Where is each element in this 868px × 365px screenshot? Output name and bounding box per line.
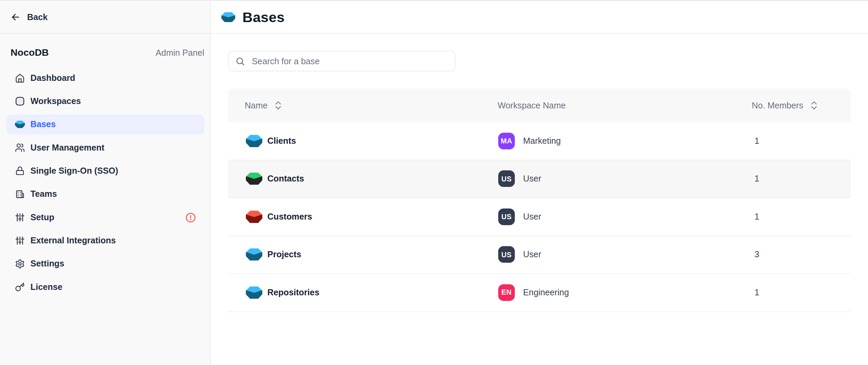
workspace-avatar: EN [498, 284, 515, 301]
base-hexagon-icon [221, 12, 235, 22]
gear-icon [15, 259, 25, 269]
sidebar-item-teams[interactable]: Teams [7, 184, 204, 204]
members-count: 1 [752, 288, 851, 297]
sidebar-item-bases[interactable]: Bases [7, 115, 204, 135]
column-header-no-members[interactable]: No. Members [752, 100, 851, 110]
sliders-icon [15, 212, 25, 222]
workspace-name: User [523, 174, 541, 184]
members-count: 1 [752, 174, 851, 184]
sliders-icon [15, 236, 25, 245]
key-icon [15, 282, 25, 292]
sidebar-item-user-management[interactable]: User Management [7, 138, 204, 158]
table-row[interactable]: Customers US User 1 [228, 198, 851, 236]
table-row[interactable]: Projects US User 3 [228, 236, 851, 274]
sidebar-item-label: Dashboard [31, 74, 76, 82]
main-area: Bases Name Workspace [211, 1, 868, 365]
workspace-avatar: US [498, 246, 515, 263]
base-name: Customers [267, 212, 312, 222]
sidebar-item-dashboard[interactable]: Dashboard [7, 68, 204, 88]
sidebar-item-label: Single Sign-On (SSO) [31, 167, 118, 175]
sidebar-item-setup[interactable]: Setup [7, 207, 204, 227]
brand-row: NocoDB Admin Panel [0, 34, 210, 58]
back-button[interactable]: Back [0, 1, 210, 34]
sort-icon[interactable] [811, 101, 818, 110]
table-row[interactable]: Clients MA Marketing 1 [228, 122, 851, 160]
sidebar-item-license[interactable]: License [7, 277, 204, 297]
sidebar-item-external-integrations[interactable]: External Integrations [7, 231, 204, 251]
sidebar-item-label: Setup [31, 213, 54, 222]
workspace-name: Engineering [523, 288, 569, 297]
home-icon [15, 73, 25, 83]
sidebar-item-label: Workspaces [31, 97, 81, 105]
sort-icon[interactable] [275, 101, 282, 110]
sidebar-item-label: Settings [31, 260, 65, 268]
members-count: 1 [752, 136, 851, 146]
base-hexagon-icon [246, 135, 263, 147]
page-header: Bases [211, 1, 868, 34]
workspace-avatar: US [498, 208, 515, 225]
admin-panel-label: Admin Panel [156, 48, 204, 58]
sidebar: Back NocoDB Admin Panel Dashboard [0, 1, 211, 365]
base-hexagon-icon [246, 211, 263, 223]
base-hexagon-icon [246, 173, 263, 185]
table-row[interactable]: Repositories EN Engineering 1 [228, 274, 851, 312]
members-count: 3 [752, 249, 851, 259]
sidebar-item-workspaces[interactable]: Workspaces [7, 91, 204, 111]
base-name: Contacts [267, 174, 304, 184]
page-title: Bases [243, 9, 285, 25]
search-box [228, 51, 456, 71]
search-icon [235, 56, 245, 66]
warning-icon [185, 212, 196, 223]
sidebar-item-label: User Management [31, 143, 104, 152]
base-hexagon-icon [246, 248, 263, 261]
sidebar-item-sso[interactable]: Single Sign-On (SSO) [7, 161, 204, 181]
column-header-name[interactable]: Name [228, 100, 498, 110]
workspace-name: Marketing [523, 136, 561, 146]
column-header-workspace-name[interactable]: Workspace Name [498, 100, 752, 110]
sidebar-item-label: Bases [31, 120, 56, 129]
workspace-avatar: MA [498, 133, 515, 149]
base-name: Projects [267, 249, 301, 259]
sidebar-item-label: External Integrations [31, 236, 116, 245]
bases-table: Name Workspace Name No. Members [228, 88, 851, 312]
base-name: Clients [267, 136, 296, 146]
nocodb-admin-panel: Back NocoDB Admin Panel Dashboard [0, 0, 868, 365]
sidebar-item-settings[interactable]: Settings [7, 254, 204, 274]
base-hexagon-icon [246, 286, 263, 299]
users-icon [15, 143, 25, 153]
base-name: Repositories [267, 288, 319, 297]
workspace-avatar: US [498, 171, 515, 187]
sidebar-item-label: License [31, 283, 63, 291]
base-hexagon-icon [15, 120, 25, 129]
content: Name Workspace Name No. Members [211, 34, 868, 312]
arrow-left-icon [11, 12, 20, 22]
back-label: Back [27, 12, 48, 22]
workspace-name: User [523, 249, 541, 259]
sidebar-menu: Dashboard Workspaces Bases [0, 68, 210, 297]
table-header-row: Name Workspace Name No. Members [228, 88, 851, 122]
workspace-square-icon [15, 96, 25, 106]
members-count: 1 [752, 212, 851, 222]
lock-icon [15, 166, 25, 176]
workspace-name: User [523, 212, 541, 222]
table-row[interactable]: Contacts US User 1 [228, 160, 851, 198]
search-input[interactable] [251, 56, 448, 67]
sidebar-item-label: Teams [31, 190, 57, 198]
brand-title: NocoDB [11, 47, 49, 58]
building-icon [15, 189, 25, 199]
